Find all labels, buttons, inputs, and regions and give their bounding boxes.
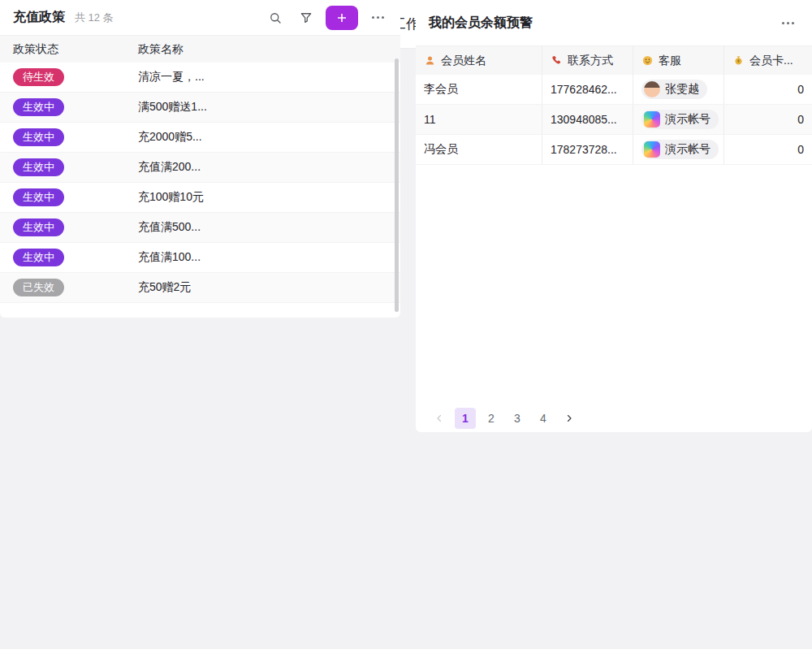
policy-name: 充值满200... — [125, 160, 400, 175]
status-badge: 待生效 — [13, 68, 64, 86]
money-bag-icon — [732, 54, 745, 67]
table-row[interactable]: 生效中 充2000赠5... — [0, 123, 400, 153]
avatar — [644, 141, 660, 158]
table-row[interactable]: 已失效 充50赠2元 — [0, 273, 400, 303]
policy-col-status: 政策状态 — [0, 42, 125, 57]
card-balance: 0 — [724, 105, 812, 134]
agent-tag: 张雯越 — [641, 80, 707, 99]
more-options-icon[interactable] — [366, 6, 389, 29]
balance-col-agent: 客服 — [659, 54, 681, 68]
agent-tag: 演示帐号 — [641, 110, 719, 129]
policy-name: 充100赠10元 — [125, 190, 400, 205]
balance-col-contact: 联系方式 — [568, 54, 613, 68]
policy-name: 充值满100... — [125, 250, 400, 265]
status-badge: 生效中 — [13, 249, 64, 266]
pagination-next-icon[interactable] — [559, 408, 580, 429]
status-badge: 生效中 — [13, 158, 64, 176]
agent-name: 演示帐号 — [665, 112, 710, 127]
recharge-policy-count: 共 12 条 — [75, 11, 114, 25]
table-row[interactable]: 待生效 清凉一夏，... — [0, 63, 400, 93]
status-badge: 已失效 — [13, 279, 64, 296]
card-balance: 0 — [724, 135, 812, 164]
status-badge: 生效中 — [13, 128, 64, 146]
avatar — [644, 81, 660, 97]
table-row[interactable]: 11 130948085... 演示帐号 0 — [416, 105, 812, 135]
policy-name: 充2000赠5... — [125, 130, 400, 145]
avatar — [644, 111, 660, 128]
balance-table-body: 李会员 177628462... 张雯越 0 11 130948085... 演… — [416, 75, 812, 165]
pagination-page-4[interactable]: 4 — [533, 408, 554, 429]
balance-col-name: 会员姓名 — [441, 54, 486, 68]
add-policy-button[interactable] — [326, 6, 358, 30]
pagination-page-1[interactable]: 1 — [455, 408, 476, 429]
policy-name: 满500赠送1... — [125, 100, 400, 115]
table-row[interactable]: 生效中 充100赠10元 — [0, 183, 400, 213]
status-badge: 生效中 — [13, 98, 64, 116]
balance-col-card: 会员卡... — [749, 54, 793, 68]
pagination-page-3[interactable]: 3 — [507, 408, 528, 429]
filter-icon[interactable] — [295, 6, 317, 29]
table-row[interactable]: 生效中 充值满500... — [0, 213, 400, 243]
card-balance: 0 — [724, 75, 812, 104]
policy-name: 清凉一夏，... — [125, 70, 400, 84]
smiley-icon — [641, 54, 654, 67]
policy-name: 充值满500... — [125, 220, 400, 235]
agent-name: 演示帐号 — [665, 142, 710, 157]
phone-icon — [551, 54, 563, 67]
table-row[interactable]: 生效中 充值满200... — [0, 153, 400, 183]
more-options-icon[interactable] — [776, 11, 799, 34]
recharge-policy-title: 充值政策 — [13, 9, 65, 26]
member-name: 11 — [416, 105, 542, 134]
balance-table-header: 会员姓名 联系方式 客服 会员卡... — [416, 45, 812, 75]
person-icon — [424, 54, 436, 67]
status-badge: 生效中 — [13, 188, 64, 206]
policy-table-scrollbar[interactable] — [395, 58, 399, 312]
policy-table-header: 政策状态 政策名称 — [0, 36, 400, 63]
policy-name: 充50赠2元 — [125, 280, 400, 295]
member-name: 李会员 — [416, 75, 542, 104]
policy-table-body: 待生效 清凉一夏，... 生效中 满500赠送1... 生效中 充2000赠5.… — [0, 63, 400, 303]
member-name: 冯会员 — [416, 135, 542, 164]
table-row[interactable]: 冯会员 178273728... 演示帐号 0 — [416, 135, 812, 165]
balance-warning-title: 我的会员余额预警 — [429, 15, 533, 32]
policy-col-name: 政策名称 — [125, 42, 400, 57]
status-badge: 生效中 — [13, 218, 64, 236]
agent-tag: 演示帐号 — [641, 140, 719, 159]
table-row[interactable]: 生效中 满500赠送1... — [0, 93, 400, 123]
member-contact: 130948085... — [542, 105, 633, 134]
table-row[interactable]: 生效中 充值满100... — [0, 243, 400, 273]
recharge-policy-card: 充值政策 共 12 条 政策状态 政策名称 待生效 清凉一夏，... 生效中 满… — [0, 0, 400, 318]
table-row[interactable]: 李会员 177628462... 张雯越 0 — [416, 75, 812, 105]
balance-warning-card: 我的会员余额预警 会员姓名 联系方式 客服 会员卡... 李会员 1776284… — [416, 0, 812, 432]
pagination-prev-icon[interactable] — [429, 408, 450, 429]
member-contact: 177628462... — [542, 75, 633, 104]
search-icon[interactable] — [264, 6, 287, 29]
pagination-page-2[interactable]: 2 — [481, 408, 502, 429]
member-contact: 178273728... — [542, 135, 633, 164]
agent-name: 张雯越 — [665, 82, 699, 97]
pagination: 1 2 3 4 — [429, 408, 580, 429]
